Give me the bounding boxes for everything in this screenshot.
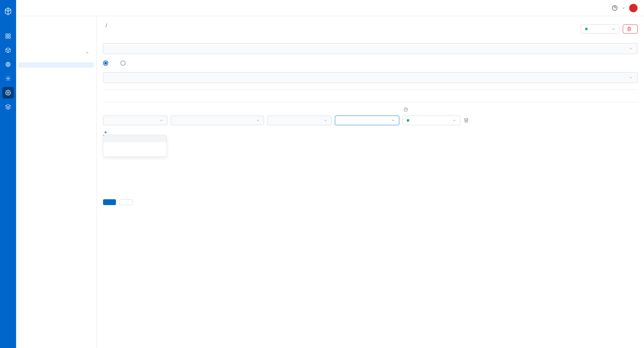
rail-layers-icon[interactable] (2, 101, 14, 113)
rail-settings-icon[interactable] (2, 87, 14, 99)
chevron-down-icon (159, 118, 163, 122)
radio-specific-permissions[interactable] (103, 61, 111, 66)
chevron-down-icon (611, 27, 615, 31)
svg-rect-3 (9, 37, 10, 38)
footer (103, 193, 638, 205)
permission-select[interactable] (335, 116, 399, 125)
info-icon (404, 108, 408, 112)
th-environment (171, 108, 264, 112)
trash-icon (627, 27, 631, 31)
table-row (103, 116, 638, 125)
chevron-down-icon (452, 118, 456, 122)
permission-groups-select[interactable] (103, 72, 638, 83)
rail-target-icon[interactable] (2, 59, 14, 70)
add-permission-button[interactable] (103, 130, 638, 135)
svg-point-4 (6, 62, 10, 67)
sidebar-item-api-tokens[interactable] (16, 73, 96, 78)
svg-rect-1 (9, 34, 10, 35)
rail-cube-icon[interactable] (2, 44, 14, 56)
radio-dot-icon (120, 61, 126, 66)
status-dot-icon (585, 28, 588, 30)
application-select[interactable] (267, 116, 332, 125)
th-permission (335, 108, 399, 112)
breadcrumb-separator: / (106, 23, 107, 29)
sidebar-item-user-permissions[interactable] (19, 62, 94, 68)
svg-point-7 (7, 78, 9, 80)
chevron-down-icon (324, 118, 327, 122)
tabs (103, 96, 638, 102)
svg-rect-2 (6, 37, 7, 38)
table-header (103, 108, 638, 112)
nav-rail (0, 0, 16, 348)
dropdown-item-view-edit[interactable] (103, 142, 166, 149)
chevron-down-icon (629, 47, 633, 51)
user-status-select[interactable] (581, 24, 620, 33)
assign-groups-select[interactable] (103, 43, 638, 54)
dropdown-item-admin[interactable] (103, 135, 166, 142)
devtron-logo[interactable] (0, 3, 16, 19)
chevron-up-icon (391, 118, 395, 122)
rail-dashboard-icon[interactable] (2, 30, 14, 42)
th-application (267, 108, 332, 112)
save-button[interactable] (103, 199, 116, 205)
cancel-button[interactable] (119, 199, 133, 205)
status-dot-icon (407, 119, 409, 122)
permission-dropdown (103, 135, 167, 157)
sidebar-item-clusters[interactable] (16, 27, 96, 32)
svg-point-5 (7, 63, 9, 66)
breadcrumb: / (103, 23, 110, 29)
delete-button[interactable] (623, 24, 638, 33)
svg-point-8 (7, 92, 9, 94)
dropdown-item-view-only[interactable] (103, 149, 166, 156)
environment-select[interactable] (171, 116, 264, 125)
delete-row-button[interactable] (464, 118, 473, 124)
divider (103, 89, 638, 90)
chevron-up-icon (85, 51, 89, 55)
th-status (402, 108, 460, 112)
sidebar-section-authorization[interactable] (16, 48, 96, 57)
plus-icon (103, 130, 108, 135)
sidebar-item-catalog-framework[interactable] (16, 89, 96, 94)
topbar (16, 0, 644, 16)
chevron-down-icon (621, 6, 625, 10)
help-button[interactable] (612, 5, 625, 11)
svg-point-6 (8, 64, 8, 65)
sidebar-item-permission-groups[interactable] (16, 68, 96, 73)
sidebar-item-projects[interactable] (16, 22, 96, 27)
chevron-down-icon (256, 118, 260, 122)
sidebar-item-oci-registry[interactable] (16, 32, 96, 37)
sidebar-item-chart-repositories[interactable] (16, 43, 96, 48)
user-avatar[interactable] (629, 4, 638, 12)
row-status-select[interactable] (402, 116, 460, 125)
radio-super-admin[interactable] (120, 61, 128, 66)
svg-rect-0 (6, 34, 7, 35)
radio-dot-icon (103, 61, 108, 66)
chevron-down-icon (629, 76, 633, 80)
rail-gear-alt-icon[interactable] (2, 73, 14, 84)
sidebar-item-external-links[interactable] (16, 84, 96, 89)
sidebar-item-sso-login[interactable] (16, 57, 96, 62)
svg-marker-9 (6, 105, 11, 107)
sidebar (16, 16, 97, 348)
project-select[interactable] (103, 116, 167, 125)
content: / (97, 16, 644, 348)
th-project (103, 108, 167, 112)
